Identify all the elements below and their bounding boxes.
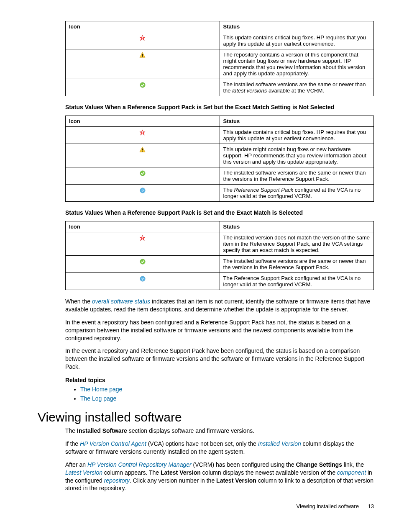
table-row: This update contains critical bug fixes.… [66,32,374,49]
critical-icon [139,35,146,41]
section-heading: Viewing installed software [38,410,374,424]
ok-icon [140,259,146,265]
info-icon [140,188,146,193]
list-item: The Home page [80,386,374,393]
para-overall-status: When the overall software status indicat… [65,298,374,314]
related-link-log[interactable]: The Log page [80,395,116,402]
status-text: This update might contain bug fixes or n… [220,144,374,167]
table-row: The installed software versions are the … [66,256,374,273]
status-text: The installed software versions are the … [220,79,374,96]
para-repo-rsp: In the event a repository and Reference … [65,347,374,371]
status-text: This update contains critical bug fixes.… [220,32,374,49]
ok-icon [140,170,146,176]
status-text: The Reference Support Pack configured at… [220,185,374,202]
status-table-1: Icon Status This update contains critica… [65,21,374,96]
status-table-3: Icon Status The installed version does n… [65,221,374,290]
table-row: The Reference Support Pack configured at… [66,185,374,202]
page-number: 13 [368,503,374,509]
info-icon [140,276,146,282]
status-text: This update contains critical bug fixes.… [220,127,374,144]
related-topics-title: Related topics [65,377,374,383]
related-topics-list: The Home page The Log page [65,386,374,402]
table3-caption: Status Values When a Reference Support P… [65,209,374,216]
warning-icon [139,146,146,153]
ok-icon [140,82,146,88]
table-row: The installed software versions are the … [66,79,374,96]
table1-header-icon: Icon [66,21,220,32]
related-link-home[interactable]: The Home page [80,386,122,393]
para-vca-options: If the HP Version Control Agent (VCA) op… [65,440,374,456]
page-footer: Viewing installed software 13 [65,503,374,509]
status-text: The Reference Support Pack configured at… [220,273,374,290]
status-text: The repository contains a version of thi… [220,49,374,79]
critical-icon [139,235,146,241]
footer-text: Viewing installed software [297,503,359,509]
status-text: The installed software versions are the … [220,167,374,185]
table2-header-status: Status [220,116,374,127]
table3-header-status: Status [220,221,374,232]
table2-header-icon: Icon [66,116,220,127]
table1-header-status: Status [220,21,374,32]
status-text: The installed version does not match the… [220,232,374,256]
table-row: This update might contain bug fixes or n… [66,144,374,167]
status-table-2: Icon Status This update contains critica… [65,116,374,202]
table-row: The repository contains a version of thi… [66,49,374,79]
table-row: The Reference Support Pack configured at… [66,273,374,290]
warning-icon [139,52,146,58]
table2-caption: Status Values When a Reference Support P… [65,104,374,111]
para-vcrm-config: After an HP Version Control Repository M… [65,461,374,493]
table-row: The installed version does not match the… [66,232,374,256]
table-row: The installed software versions are the … [66,167,374,185]
critical-icon [139,129,146,136]
table3-header-icon: Icon [66,221,220,232]
list-item: The Log page [80,395,374,402]
para-repo-no-rsp: In the event a repository has been confi… [65,319,374,342]
table-row: This update contains critical bug fixes.… [66,127,374,144]
para-installed-intro: The Installed Software section displays … [65,427,374,435]
status-text: The installed software versions are the … [220,256,374,273]
